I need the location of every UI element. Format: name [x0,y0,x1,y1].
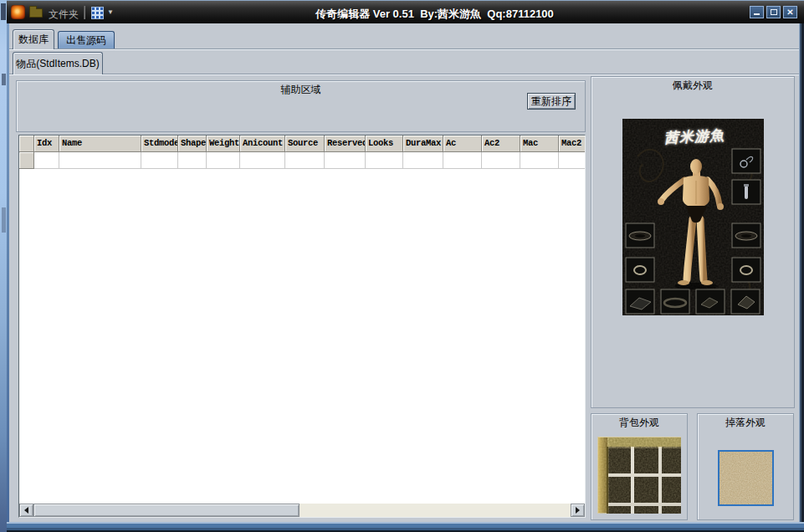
grid-cell[interactable] [482,152,520,169]
grid-cell[interactable] [178,152,207,169]
titlebar[interactable]: 文件夹 ▼ 传奇编辑器 Ver 0.51 By:茜米游魚 Qq:87112100… [7,0,804,23]
column-header-anicount[interactable]: Anicount [240,136,285,152]
close-icon: ✕ [786,8,793,17]
toolbar-folder-label[interactable]: 文件夹 [49,8,79,22]
aux-area-groupbox: 辅助区域 重新排序 [16,80,586,132]
signature-text: 茜米游魚 茜米游魚 [664,127,725,146]
potion-slot-item [745,186,748,199]
scroll-right-button[interactable] [571,504,585,517]
row-selector-cell[interactable] [19,152,34,169]
scroll-left-button[interactable] [19,504,33,517]
window-frame-right [799,23,804,532]
grid-cell[interactable] [240,152,285,169]
triangle-left-icon [24,507,28,514]
wear-preview-title: 佩戴外观 [669,79,716,93]
folder-icon[interactable] [29,8,43,18]
column-header-stdmode[interactable]: Stdmode [141,136,178,152]
drop-preview-groupbox: 掉落外观 [697,413,794,520]
grid-cell[interactable] [443,152,482,169]
grid-corner-cell[interactable] [19,136,34,152]
grid-cell[interactable] [403,152,443,169]
window-controls: ✕ [747,6,797,18]
app-logo-icon[interactable] [11,5,25,19]
window-frame-bottom [7,522,804,532]
column-header-source[interactable]: Source [285,136,325,152]
column-header-looks[interactable]: Looks [366,136,403,152]
column-header-weight[interactable]: Weight [207,136,240,152]
horizontal-scrollbar[interactable] [19,504,585,517]
wear-preview-groupbox: 佩戴外观 [591,76,795,408]
minimize-icon [754,13,760,15]
toolbar-separator [84,6,84,19]
column-header-shape[interactable]: Shape [178,136,207,152]
drop-preview-title: 掉落外观 [722,416,769,430]
window-title: 传奇编辑器 Ver 0.51 By:茜米游魚 Qq:87112100 [132,7,737,22]
tab-items-stditems-db[interactable]: 物品(StdItems.DB) [13,52,103,74]
background-window-edge [0,0,7,532]
background-window-fragment [2,74,6,85]
grid-cell[interactable] [34,152,59,169]
grid-cell[interactable] [325,152,366,169]
column-header-name[interactable]: Name [59,136,141,152]
grid-cell[interactable] [559,152,586,169]
maximize-icon [771,9,777,15]
column-header-mac2[interactable]: Mac2 [559,136,586,152]
bag-preview-image [597,437,681,514]
scrollbar-thumb[interactable] [33,504,300,517]
column-header-ac2[interactable]: Ac2 [482,136,520,152]
tab-database[interactable]: 数据库 [13,29,54,49]
background-window-fragment [2,207,6,233]
column-header-mac[interactable]: Mac [520,136,559,152]
items-data-grid[interactable]: Idx Name Stdmode Shape Weight Anicount S… [18,135,586,518]
svg-text:茜米游魚: 茜米游魚 [664,127,725,146]
items-tab-page: 辅助区域 重新排序 Idx Name Stdmode Shape Weight … [9,74,799,522]
resort-button[interactable]: 重新排序 [527,93,576,110]
minimize-button[interactable] [750,6,764,18]
column-header-reserved[interactable]: Reserved [325,136,366,152]
triangle-right-icon [576,507,580,514]
wear-preview-image: 茜米游魚 茜米游魚 [622,119,764,315]
aux-area-title: 辅助区域 [278,83,325,97]
chevron-down-icon[interactable]: ▼ [107,8,114,16]
grid-view-icon[interactable] [91,7,104,19]
bag-preview-groupbox: 背包外观 [591,413,688,520]
grid-cell[interactable] [366,152,403,169]
table-row[interactable] [19,152,586,169]
background-window-fragment [1,3,6,20]
column-header-idx[interactable]: Idx [34,136,59,152]
tab-sell-source[interactable]: 出售源码 [58,31,115,49]
grid-header-row: Idx Name Stdmode Shape Weight Anicount S… [19,136,586,152]
column-header-duramax[interactable]: DuraMax [403,136,443,152]
maximize-button[interactable] [766,6,781,18]
grid-cell[interactable] [207,152,240,169]
window-client-area: 数据库 出售源码 物品(StdItems.DB) 怪物(Monster.DB) … [9,23,799,522]
drop-preview-image [718,450,774,506]
grid-cell[interactable] [59,152,141,169]
close-button[interactable]: ✕ [783,6,797,18]
grid-cell[interactable] [285,152,325,169]
bag-preview-title: 背包外观 [616,416,663,430]
grid-cell[interactable] [141,152,178,169]
grid-cell[interactable] [520,152,559,169]
app-window: 文件夹 ▼ 传奇编辑器 Ver 0.51 By:茜米游魚 Qq:87112100… [7,0,804,532]
column-header-ac[interactable]: Ac [443,136,482,152]
